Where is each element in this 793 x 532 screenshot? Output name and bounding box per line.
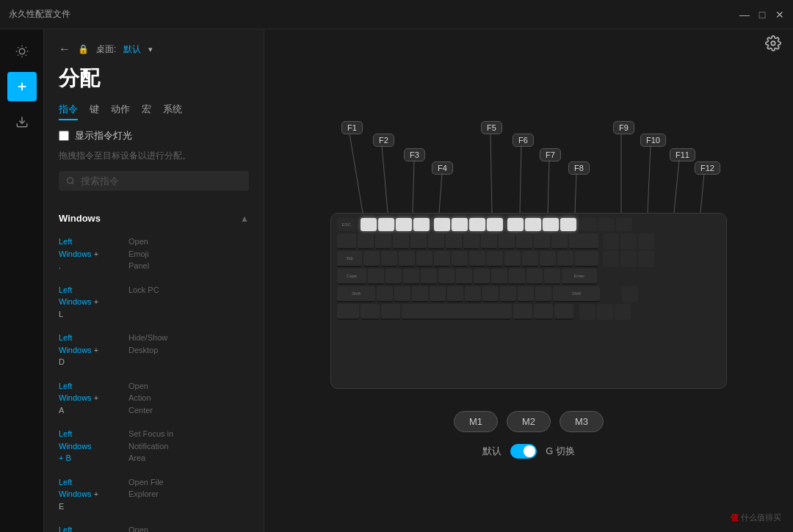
key-a[interactable]	[368, 269, 384, 285]
m1-button[interactable]: M1	[454, 411, 498, 432]
key-quote[interactable]	[544, 269, 560, 285]
key-e[interactable]	[399, 251, 415, 267]
key-z[interactable]	[377, 286, 393, 302]
key-enter[interactable]: Enter	[562, 269, 597, 285]
key-leftarrow[interactable]	[579, 304, 595, 320]
key-backspace[interactable]	[569, 233, 598, 249]
key-lalt[interactable]	[381, 304, 400, 320]
key-minus[interactable]	[534, 233, 550, 249]
key-f4[interactable]	[413, 218, 430, 231]
list-item[interactable]: LeftWindows +D Hide/ShowDesktop	[44, 326, 264, 374]
key-tab[interactable]: Tab	[337, 251, 362, 267]
key-tilde[interactable]	[337, 233, 356, 249]
section-header-windows[interactable]: Windows ▲	[44, 207, 264, 230]
key-pse[interactable]	[616, 218, 632, 231]
key-l[interactable]	[509, 269, 525, 285]
key-n[interactable]	[465, 286, 481, 302]
key-h[interactable]	[456, 269, 472, 285]
tab-keys[interactable]: 键	[90, 103, 99, 120]
key-prt[interactable]	[581, 218, 597, 231]
settings-button[interactable]	[765, 35, 781, 54]
key-rshift[interactable]: Shift	[553, 286, 600, 302]
key-backslash[interactable]	[575, 251, 598, 267]
tab-system[interactable]: 系统	[163, 103, 182, 120]
key-end[interactable]	[620, 251, 637, 267]
sidebar-item-brightness[interactable]	[7, 37, 37, 66]
key-f10[interactable]	[525, 218, 541, 231]
list-item[interactable]: LeftWindows +L Lock PC	[44, 278, 264, 327]
key-downarrow[interactable]	[597, 304, 613, 320]
key-b[interactable]	[447, 286, 463, 302]
key-u[interactable]	[469, 251, 485, 267]
key-7[interactable]	[463, 233, 479, 249]
key-3[interactable]	[393, 233, 409, 249]
key-f6[interactable]	[452, 218, 468, 231]
list-item[interactable]: LeftWindows +G OpenWindowsGame Bar	[44, 518, 264, 532]
key-pgdn[interactable]	[638, 251, 654, 267]
key-slash[interactable]	[535, 286, 551, 302]
close-button[interactable]: ✕	[775, 10, 784, 19]
key-f5[interactable]	[434, 218, 450, 231]
back-button[interactable]: ←	[59, 43, 70, 56]
key-f3[interactable]	[396, 218, 412, 231]
key-period[interactable]	[518, 286, 534, 302]
key-f7[interactable]	[469, 218, 485, 231]
list-item-action-center[interactable]: LeftWindows +A OpenActionCenter	[44, 374, 264, 423]
profile-chevron[interactable]: ▾	[148, 45, 153, 54]
key-f2[interactable]	[378, 218, 394, 231]
list-item-file-explorer[interactable]: LeftWindows +E Open FileExplorer	[44, 470, 264, 519]
tab-macros[interactable]: 宏	[142, 103, 151, 120]
key-g[interactable]	[438, 269, 455, 285]
key-del[interactable]	[603, 251, 619, 267]
key-pgup[interactable]	[638, 233, 654, 249]
key-2[interactable]	[375, 233, 391, 249]
key-k[interactable]	[491, 269, 507, 285]
tab-actions[interactable]: 动作	[111, 103, 130, 120]
key-p[interactable]	[522, 251, 538, 267]
search-input[interactable]	[81, 175, 242, 186]
key-lctrl[interactable]	[337, 304, 359, 320]
key-4[interactable]	[410, 233, 427, 249]
key-i[interactable]	[487, 251, 503, 267]
key-equals[interactable]	[551, 233, 568, 249]
key-v[interactable]	[430, 286, 446, 302]
key-8[interactable]	[481, 233, 497, 249]
key-esc[interactable]: ESC	[337, 218, 356, 231]
key-f12[interactable]	[560, 218, 576, 231]
key-j[interactable]	[474, 269, 490, 285]
key-f[interactable]	[421, 269, 437, 285]
key-d[interactable]	[403, 269, 419, 285]
sidebar-item-download[interactable]	[7, 107, 37, 136]
key-lbr[interactable]	[540, 251, 556, 267]
maximize-button[interactable]: □	[758, 10, 767, 19]
key-f9[interactable]	[507, 218, 524, 231]
key-1[interactable]	[358, 233, 374, 249]
key-rbr[interactable]	[557, 251, 573, 267]
toggle-switch[interactable]	[510, 444, 537, 459]
key-6[interactable]	[446, 233, 462, 249]
key-ralt[interactable]	[513, 304, 532, 320]
key-f11[interactable]	[543, 218, 559, 231]
key-comma[interactable]	[500, 286, 516, 302]
key-space[interactable]	[402, 304, 512, 320]
key-fn[interactable]	[534, 304, 553, 320]
key-rightarrow[interactable]	[615, 304, 631, 320]
key-ins[interactable]	[603, 233, 619, 249]
key-0[interactable]	[516, 233, 532, 249]
key-rctrl[interactable]	[554, 304, 573, 320]
key-r[interactable]	[416, 251, 432, 267]
key-y[interactable]	[452, 251, 468, 267]
list-item[interactable]: LeftWindows+ B Set Focus inNotificationA…	[44, 422, 264, 470]
key-lshift[interactable]: Shift	[337, 286, 375, 302]
key-m[interactable]	[482, 286, 499, 302]
key-c[interactable]	[412, 286, 428, 302]
key-scr[interactable]	[598, 218, 615, 231]
key-q[interactable]	[363, 251, 380, 267]
key-caps[interactable]: Caps	[337, 269, 366, 285]
list-item[interactable]: LeftWindows +. OpenEmojiPanel	[44, 230, 264, 278]
key-semi[interactable]	[526, 269, 543, 285]
m2-button[interactable]: M2	[507, 411, 551, 432]
key-w[interactable]	[381, 251, 397, 267]
key-uparrow[interactable]	[622, 286, 638, 302]
minimize-button[interactable]: —	[740, 10, 749, 19]
